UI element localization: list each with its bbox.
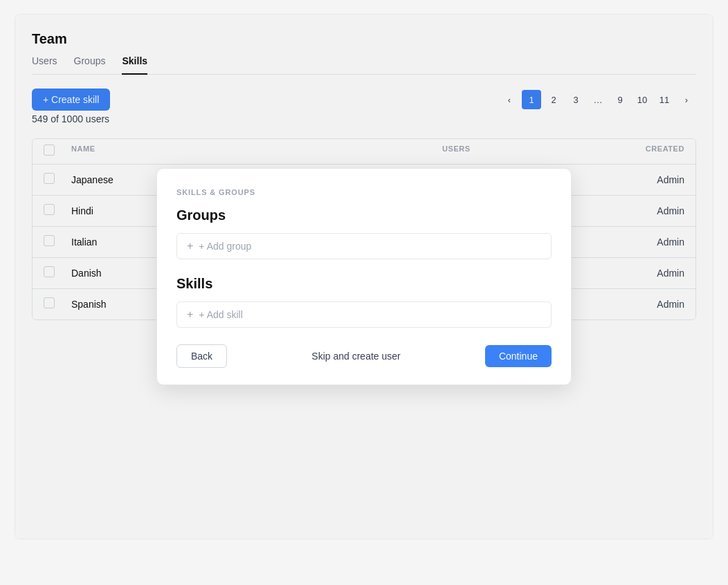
modal-overlay: Skills & groups Groups + + Add group Ski…: [15, 15, 713, 539]
modal-skills-section: Skills + + Add skill: [176, 276, 552, 328]
back-button[interactable]: Back: [176, 344, 227, 368]
modal-skills-title: Skills: [176, 276, 552, 292]
add-group-placeholder: + Add group: [199, 241, 251, 252]
main-container: Team Users Groups Skills + Create skill …: [15, 14, 713, 539]
skip-link[interactable]: Skip and create user: [311, 351, 400, 362]
modal-groups-title: Groups: [176, 207, 552, 223]
add-skill-placeholder: + Add skill: [199, 309, 242, 320]
modal-section-label: Skills & groups: [176, 188, 552, 196]
modal-groups-section: Groups + + Add group: [176, 207, 552, 259]
modal-footer: Back Skip and create user Continue: [176, 344, 552, 368]
skills-groups-modal: Skills & groups Groups + + Add group Ski…: [156, 168, 572, 385]
add-skill-field[interactable]: + + Add skill: [176, 301, 552, 328]
plus-icon: +: [187, 241, 193, 252]
continue-button[interactable]: Continue: [485, 345, 552, 367]
plus-icon-2: +: [187, 309, 193, 320]
add-group-field[interactable]: + + Add group: [176, 233, 552, 259]
